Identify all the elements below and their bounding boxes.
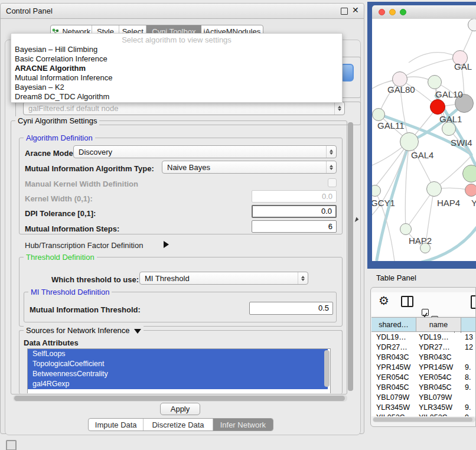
list-item[interactable]: SelfLoops <box>28 349 328 359</box>
table-cell[interactable]: YIL052C <box>419 413 448 416</box>
mi-steps-field[interactable]: 6 <box>252 220 337 233</box>
table-cell[interactable]: YPR145W <box>419 363 453 371</box>
which-threshold-label: Which threshold to use: <box>51 275 139 284</box>
gear-icon[interactable]: ⚙ <box>379 294 389 308</box>
network-node[interactable] <box>428 75 442 89</box>
traffic-light-zoom-icon[interactable] <box>400 9 406 15</box>
table-cell[interactable]: YER054C <box>419 373 452 381</box>
kernel-width-label: Kernel Width (0,1): <box>25 194 93 203</box>
table-cell[interactable]: YBR043C <box>376 353 409 361</box>
node-label: HAP2 <box>409 236 432 246</box>
node-label: GAL11 <box>377 120 405 131</box>
table-cell[interactable]: YBR045C <box>376 383 409 392</box>
list-item[interactable]: BetweennessCentrality <box>28 369 328 379</box>
tab-infer-network[interactable]: Infer Network <box>213 419 273 431</box>
mi-threshold-title: MI Threshold Definition <box>28 288 112 296</box>
table-cell[interactable]: 9. <box>465 363 471 371</box>
tab-impute-data[interactable]: Impute Data <box>89 419 144 431</box>
table-cell[interactable]: 9. <box>465 403 471 412</box>
sources-title[interactable]: Sources for Network Inference <box>24 326 144 335</box>
close-icon[interactable]: ✕ <box>352 5 359 15</box>
screen: Control Panel ✕ Network Style Select Cyn… <box>0 0 476 450</box>
node-label: GAL1 <box>439 114 462 124</box>
node-label: HAP4 <box>437 198 460 208</box>
data-attributes-list[interactable]: SelfLoops TopologicalCoefficient Between… <box>27 348 331 393</box>
list-item[interactable]: gal4RGexp <box>28 379 328 389</box>
table-cell[interactable]: YBL079W <box>376 393 409 402</box>
document-icon[interactable] <box>471 295 476 309</box>
tab-discretize-data[interactable]: Discretize Data <box>144 419 213 431</box>
mi-type-combo[interactable]: Naive Bayes <box>162 161 337 174</box>
collapse-arrow-icon[interactable] <box>164 241 169 248</box>
table-cell[interactable]: YIL052C <box>376 413 405 416</box>
combo-stepper-icon <box>298 272 308 284</box>
network-node[interactable] <box>400 132 419 151</box>
dropdown-item[interactable]: Bayesian – Hill Climbing <box>15 45 97 54</box>
traffic-light-minimize-icon[interactable] <box>389 9 396 15</box>
table-cell[interactable]: YER054C <box>376 373 409 381</box>
dropdown-item[interactable]: Mutual Information Inference <box>15 73 112 82</box>
float-icon[interactable] <box>341 8 348 15</box>
table-cell[interactable]: YDL19… <box>376 333 406 341</box>
table-cell[interactable]: YLR345W <box>376 403 410 412</box>
algorithm-dropdown-popup: Select algorithm to view settings Bayesi… <box>11 33 343 103</box>
table-cell[interactable]: YDR27… <box>419 343 450 351</box>
table-cell[interactable]: YBR045C <box>419 383 452 392</box>
network-node[interactable] <box>426 181 442 197</box>
table-cell[interactable]: YBR043C <box>419 353 452 361</box>
manual-kernel-checkbox[interactable] <box>328 178 337 187</box>
node-table-combo-value: galFiltered.sif default node <box>28 104 334 113</box>
dropdown-item[interactable]: Dream8 DC_TDC Algorithm <box>15 92 109 101</box>
combo-stepper-icon <box>326 161 336 173</box>
column-header-clipped[interactable] <box>461 317 476 332</box>
settings-scrollbar[interactable] <box>348 122 353 391</box>
dropdown-item-selected[interactable]: ARACNE Algorithm <box>15 64 86 73</box>
table-toolbar: ⚙ <box>371 292 476 316</box>
table-hscroll-thumb[interactable] <box>373 418 472 422</box>
table-body[interactable]: YDL19… YDL19… 13 YDR27… YDR27… 12 YBR043… <box>371 332 476 416</box>
column-header-name[interactable]: name <box>416 317 461 332</box>
table-cell[interactable]: YBL079W <box>419 393 452 402</box>
which-threshold-combo[interactable]: MI Threshold <box>139 272 308 285</box>
node-table-combo[interactable]: galFiltered.sif default node <box>23 102 345 115</box>
table-cell[interactable]: 9. <box>465 383 471 392</box>
settings-hscroll-thumb[interactable] <box>14 396 345 401</box>
dropdown-item[interactable]: Bayesian – K2 <box>15 83 64 92</box>
dropdown-item[interactable]: Basic Correlation Inference <box>15 54 107 63</box>
table-cell[interactable]: 12 <box>465 343 473 351</box>
aracne-mode-combo[interactable]: Discovery <box>73 145 337 158</box>
network-node[interactable] <box>400 223 412 235</box>
hub-section-label[interactable]: Hub/Transcription Factor Definition <box>25 241 143 250</box>
table-header: shared… name <box>371 317 476 332</box>
network-window-titlebar[interactable] <box>372 5 476 19</box>
checkbox-checked-icon[interactable] <box>422 309 429 316</box>
mi-threshold-field[interactable]: 0.5 <box>249 302 333 315</box>
list-scrollbar[interactable] <box>324 350 330 387</box>
control-panel-titlebar[interactable]: Control Panel ✕ <box>1 4 364 19</box>
combo-stepper-icon <box>334 102 344 115</box>
list-item[interactable]: TopologicalCoefficient <box>28 359 328 369</box>
table-hscroll-track[interactable] <box>373 417 475 422</box>
settings-hscroll-track[interactable] <box>13 395 347 402</box>
split-view-icon[interactable] <box>401 296 413 307</box>
network-node[interactable] <box>462 165 476 182</box>
network-node[interactable] <box>372 108 385 121</box>
table-cell[interactable]: YDL19… <box>419 333 449 341</box>
dpi-tolerance-field[interactable]: 0.0 <box>252 205 337 218</box>
table-cell[interactable]: 13 <box>465 333 473 341</box>
table-cell[interactable]: YPR145W <box>376 363 410 371</box>
network-node-selected[interactable] <box>430 99 445 115</box>
apply-button[interactable]: Apply <box>160 403 200 415</box>
dock-panel-icon[interactable] <box>6 440 17 450</box>
network-canvas[interactable]: GAL GAL80 GAL10 GAL1 GAL11 SWI4 GAL4 GCY… <box>372 19 476 261</box>
table-cell[interactable]: 9. <box>465 413 471 416</box>
table-cell[interactable]: YDR27… <box>376 343 407 351</box>
table-cell[interactable]: YLR345W <box>419 403 452 412</box>
network-node[interactable] <box>465 184 476 197</box>
column-header-shared[interactable]: shared… <box>371 317 416 332</box>
tab-discretize-data-label: Discretize Data <box>152 420 204 429</box>
kernel-width-field[interactable]: 0.0 <box>252 190 337 203</box>
algorithm-dropdown-placeholder: Select algorithm to view settings <box>11 35 342 44</box>
table-cell[interactable]: 8. <box>465 373 471 381</box>
traffic-light-close-icon[interactable] <box>379 9 385 15</box>
